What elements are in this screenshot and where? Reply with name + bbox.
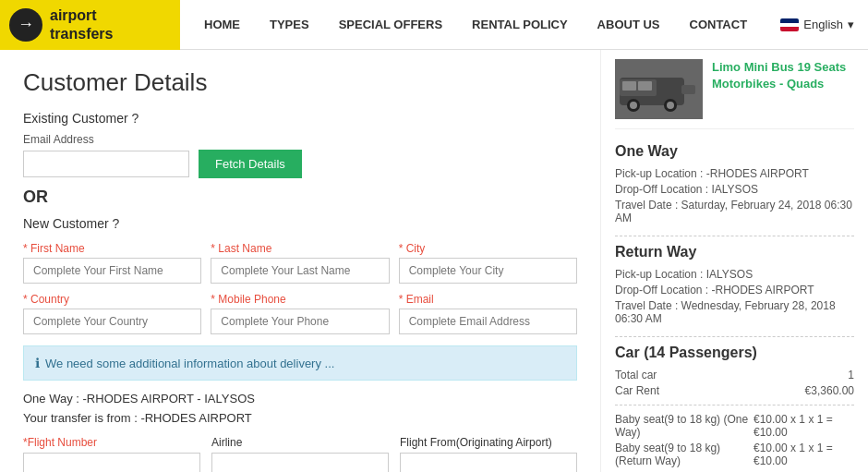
flight-from-label: Flight From(Originating Airport) — [400, 436, 577, 449]
divider-3 — [615, 405, 854, 405]
flight-number-input[interactable] — [23, 453, 200, 472]
nav-right: English ▾ — [780, 18, 868, 31]
country-label: * Country — [23, 293, 201, 306]
first-name-group: * First Name — [23, 242, 201, 284]
logo-text: airport transfers — [50, 6, 113, 42]
baby-seat2-value: €10.00 x 1 x 1 = €10.00 — [753, 442, 854, 467]
language-label: English — [803, 18, 843, 31]
email-label: * Email — [399, 293, 577, 306]
car-rent-label: Car Rent — [615, 384, 659, 397]
navbar: airport transfers HOME TYPES SPECIAL OFF… — [0, 0, 868, 50]
one-way-dropoff: Drop-Off Location : IALYSOS — [615, 183, 854, 196]
one-way-title: One Way — [615, 143, 854, 160]
existing-customer-label: Existing Customer ? — [23, 111, 577, 126]
mobile-input[interactable] — [211, 309, 389, 334]
nav-about-us[interactable]: ABOUT US — [583, 0, 675, 50]
vehicle-name: Limo Mini Bus 19 Seats Motorbikes - Quad… — [712, 59, 846, 92]
svg-point-6 — [630, 102, 637, 109]
info-box: ℹ We need some additional information ab… — [23, 345, 577, 381]
first-name-label: * First Name — [23, 242, 201, 255]
nav-contact[interactable]: CONTACT — [675, 0, 763, 50]
car-section: Car (14 Passengers) Total car 1 Car Rent… — [615, 345, 854, 472]
baby-seat2-row: Baby seat(9 to 18 kg) (Return Way) €10.0… — [615, 442, 854, 467]
vehicle-image — [615, 59, 703, 119]
one-way-pickup: Pick-up Location : -RHODES AIRPORT — [615, 167, 854, 180]
info-text: We need some additional information abou… — [45, 357, 334, 370]
last-name-input[interactable] — [211, 258, 389, 284]
flight-number-group: *Flight Number — [23, 436, 200, 472]
divider-1 — [615, 236, 854, 236]
email-field[interactable] — [399, 309, 577, 334]
chevron-down-icon: ▾ — [848, 18, 854, 31]
total-car-row: Total car 1 — [615, 369, 854, 381]
mobile-label: * Mobile Phone — [211, 293, 389, 306]
svg-rect-3 — [622, 81, 636, 91]
first-name-input[interactable] — [23, 258, 201, 284]
email-input[interactable] — [23, 151, 189, 177]
nav-links: HOME TYPES SPECIAL OFFERS RENTAL POLICY … — [189, 0, 780, 50]
right-sidebar: Limo Mini Bus 19 Seats Motorbikes - Quad… — [600, 50, 868, 472]
total-car-value: 1 — [848, 369, 854, 381]
return-pickup: Pick-up Location : IALYSOS — [615, 268, 854, 281]
language-selector[interactable]: English ▾ — [780, 18, 854, 31]
last-name-label: * Last Name — [211, 242, 389, 255]
country-input[interactable] — [23, 309, 201, 334]
flight-grid: *Flight Number Airline Flight From(Origi… — [23, 436, 577, 472]
svg-point-8 — [667, 102, 674, 109]
one-way-section: One Way Pick-up Location : -RHODES AIRPO… — [615, 143, 854, 224]
page-title: Customer Details — [23, 68, 577, 97]
svg-rect-4 — [638, 81, 652, 91]
logo[interactable]: airport transfers — [0, 0, 180, 50]
transfer-from: Your transfer is from : -RHODES AIRPORT — [23, 411, 577, 425]
info-icon: ℹ — [35, 356, 40, 370]
airline-input[interactable] — [211, 453, 389, 472]
last-name-group: * Last Name — [211, 242, 389, 284]
name-city-row: * First Name * Last Name * City — [23, 242, 577, 284]
airline-group: Airline — [211, 436, 389, 472]
baby-seat2-label: Baby seat(9 to 18 kg) (Return Way) — [615, 442, 753, 467]
city-group: * City — [399, 242, 577, 284]
country-group: * Country — [23, 293, 201, 334]
vehicle-info: Limo Mini Bus 19 Seats Motorbikes - Quad… — [712, 59, 846, 119]
contact-row: * Country * Mobile Phone * Email — [23, 293, 577, 334]
flight-from-input[interactable] — [400, 453, 577, 472]
email-group: * Email — [399, 293, 577, 334]
transfer-route: One Way : -RHODES AIRPORT - IALYSOS — [23, 392, 577, 405]
logo-arrow-icon — [9, 8, 42, 42]
vehicle-card: Limo Mini Bus 19 Seats Motorbikes - Quad… — [615, 59, 854, 129]
nav-rental-policy[interactable]: RENTAL POLICY — [457, 0, 583, 50]
baby-seat1-row: Baby seat(9 to 18 kg) (One Way) €10.00 x… — [615, 413, 854, 439]
return-dropoff: Drop-Off Location : -RHODES AIRPORT — [615, 284, 854, 297]
airline-label: Airline — [211, 436, 389, 449]
car-title: Car (14 Passengers) — [615, 345, 854, 361]
baby-seat1-value: €10.00 x 1 x 1 = €10.00 — [753, 413, 854, 439]
new-customer-label: New Customer ? — [23, 216, 577, 231]
nav-types[interactable]: TYPES — [255, 0, 324, 50]
city-input[interactable] — [399, 258, 577, 284]
car-rent-value: €3,360.00 — [805, 384, 854, 397]
flight-from-group: Flight From(Originating Airport) — [400, 436, 577, 472]
return-way-title: Return Way — [615, 244, 854, 260]
svg-rect-9 — [681, 85, 695, 94]
nav-special-offers[interactable]: SPECIAL OFFERS — [324, 0, 457, 50]
car-rent-row: Car Rent €3,360.00 — [615, 384, 854, 397]
return-way-section: Return Way Pick-up Location : IALYSOS Dr… — [615, 244, 854, 325]
total-car-label: Total car — [615, 369, 657, 381]
one-way-date: Travel Date : Saturday, February 24, 201… — [615, 199, 854, 224]
return-date: Travel Date : Wednesday, February 28, 20… — [615, 299, 854, 325]
flag-icon — [780, 18, 799, 31]
email-address-label: Email Address — [23, 133, 577, 146]
baby-seat1-label: Baby seat(9 to 18 kg) (One Way) — [615, 413, 753, 439]
city-label: * City — [399, 242, 577, 255]
fetch-details-button[interactable]: Fetch Details — [199, 150, 302, 178]
left-content: Customer Details Existing Customer ? Ema… — [0, 50, 600, 472]
divider-2 — [615, 336, 854, 337]
nav-home[interactable]: HOME — [189, 0, 255, 50]
or-divider: OR — [23, 188, 577, 207]
flight-number-label: *Flight Number — [23, 436, 200, 449]
mobile-group: * Mobile Phone — [211, 293, 389, 334]
